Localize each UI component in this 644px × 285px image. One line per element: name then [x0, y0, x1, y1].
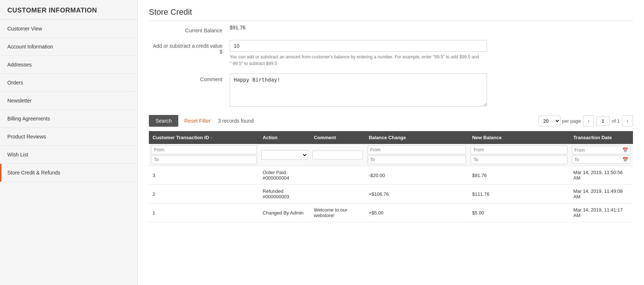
records-found: 3 records found	[218, 118, 254, 124]
next-page-button[interactable]: ›	[622, 115, 633, 126]
sidebar-item-product-reviews[interactable]: Product Reviews	[0, 128, 137, 145]
col-header-transaction-date: Transaction Date	[570, 131, 633, 144]
main-content: Store Credit Current Balance $91.76 Add …	[138, 0, 644, 285]
sidebar-nav: Customer ViewAccount InformationAddresse…	[0, 20, 137, 182]
search-bar: Search Reset Filter 3 records found 20 5…	[149, 115, 633, 127]
comment-field: Happy Birthday!	[230, 73, 487, 108]
reset-filter-button[interactable]: Reset Filter	[183, 115, 212, 127]
filter-transaction-id-to[interactable]	[151, 155, 257, 164]
filter-comment[interactable]	[312, 151, 363, 159]
sidebar-item-addresses[interactable]: Addresses	[0, 56, 137, 73]
cell-transaction-id: 1	[149, 203, 259, 222]
col-header-balance-change: Balance Change	[365, 131, 468, 144]
sidebar-item-customer-view[interactable]: Customer View	[0, 20, 137, 37]
credit-value-label: Add or substract a credit value $	[149, 40, 230, 55]
sidebar: CUSTOMER INFORMATION Customer ViewAccoun…	[0, 0, 138, 285]
current-balance-label: Current Balance	[149, 25, 230, 33]
search-button[interactable]: Search	[149, 115, 178, 127]
table-header: Customer Transaction ID↑ActionCommentBal…	[149, 131, 633, 166]
comment-label: Comment	[149, 73, 230, 82]
sidebar-item-wish-list[interactable]: Wish List	[0, 146, 137, 163]
calendar-icon-from[interactable]: 📅	[622, 147, 628, 153]
current-balance-row: Current Balance $91.76	[149, 25, 633, 33]
pagination-controls: 20 50 100 per page ‹ of 1 ›	[539, 115, 633, 126]
per-page-label: per page	[562, 118, 581, 124]
sidebar-item-orders[interactable]: Orders	[0, 74, 137, 91]
col-header-comment: Comment	[310, 131, 365, 144]
current-balance-value: $91.76	[230, 22, 246, 30]
col-header-new-balance: New Balance	[468, 131, 569, 144]
table-row: 3Order Paid #000000004-$20.00$91.76Mar 1…	[149, 166, 633, 185]
filter-date-from[interactable]	[575, 148, 622, 153]
cell-comment	[310, 166, 365, 185]
transactions-table: Customer Transaction ID↑ActionCommentBal…	[149, 131, 633, 222]
cell-transaction-date: Mar 14, 2019, 11:49:08 AM	[570, 185, 633, 203]
cell-transaction-date: Mar 14, 2019, 11:41:17 AM	[570, 203, 633, 222]
cell-action: Order Paid #000000004	[259, 166, 310, 185]
credit-value-field: You can add or substract an amount from …	[230, 40, 487, 67]
cell-balance-change: +$106.76	[365, 185, 468, 203]
col-header-transaction-id[interactable]: Customer Transaction ID↑	[149, 131, 259, 144]
credit-value-row: Add or substract a credit value $ You ca…	[149, 40, 633, 67]
credit-value-input[interactable]	[230, 40, 487, 52]
table-row: 2Refunded #000000003+$106.76$111.76Mar 1…	[149, 185, 633, 203]
table-body: 3Order Paid #000000004-$20.00$91.76Mar 1…	[149, 166, 633, 222]
col-header-action: Action	[259, 131, 310, 144]
comment-textarea[interactable]: Happy Birthday!	[230, 73, 487, 107]
filter-new-balance-from[interactable]	[471, 145, 567, 154]
comment-row: Comment Happy Birthday!	[149, 73, 633, 108]
per-page-select-wrap: 20 50 100 per page	[539, 116, 581, 126]
per-page-select[interactable]: 20 50 100	[539, 116, 561, 126]
filter-date-to[interactable]	[575, 157, 622, 162]
cell-comment: Welcome to our webstore!	[310, 203, 365, 222]
calendar-icon-to[interactable]: 📅	[622, 157, 628, 162]
sort-icon: ↑	[211, 136, 213, 140]
cell-balance-change: -$20.00	[365, 166, 468, 185]
store-credit-form: Current Balance $91.76 Add or substract …	[149, 25, 633, 108]
table-header-row: Customer Transaction ID↑ActionCommentBal…	[149, 131, 633, 144]
cell-new-balance: $111.76	[468, 185, 569, 203]
filter-new-balance-to[interactable]	[471, 155, 567, 164]
filter-balance-change-from[interactable]	[367, 145, 466, 154]
sidebar-item-billing-agreements[interactable]: Billing Agreements	[0, 110, 137, 127]
cell-action: Changed By Admin	[259, 203, 310, 222]
cell-transaction-id: 3	[149, 166, 259, 185]
table-row: 1Changed By AdminWelcome to our webstore…	[149, 203, 633, 222]
cell-new-balance: $5.00	[468, 203, 569, 222]
prev-page-button[interactable]: ‹	[583, 115, 594, 126]
cell-new-balance: $91.76	[468, 166, 569, 185]
sidebar-item-newsletter[interactable]: Newsletter	[0, 92, 137, 109]
sidebar-title: CUSTOMER INFORMATION	[0, 0, 137, 20]
current-balance-field: $91.76	[230, 25, 487, 30]
filter-action-select[interactable]	[261, 150, 308, 160]
page-total: of 1	[612, 118, 620, 124]
page-title: Store Credit	[149, 7, 633, 21]
sidebar-item-account-information[interactable]: Account Information	[0, 38, 137, 55]
filter-balance-change-to[interactable]	[367, 155, 466, 164]
cell-balance-change: +$5.00	[365, 203, 468, 222]
cell-transaction-id: 2	[149, 185, 259, 203]
table-filter-row: 📅 📅	[149, 144, 633, 166]
cell-action: Refunded #000000003	[259, 185, 310, 203]
sidebar-item-store-credit-refunds[interactable]: Store Credit & Refunds	[1, 164, 137, 181]
cell-transaction-date: Mar 14, 2019, 11:50:56 AM	[570, 166, 633, 185]
cell-comment	[310, 185, 365, 203]
page-input[interactable]	[596, 116, 609, 126]
credit-hint: You can add or substract an amount from …	[230, 54, 487, 67]
filter-transaction-id-from[interactable]	[151, 145, 257, 154]
